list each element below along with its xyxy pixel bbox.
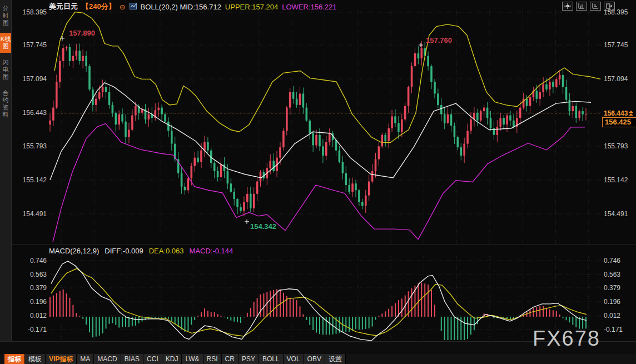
sidebar-item-1[interactable]: K线图	[0, 33, 11, 53]
macd-axis-label-left: -0.171	[13, 326, 47, 333]
chart-canvas: 157.890157.760154.342	[0, 0, 636, 341]
toolbar-item-LW&[interactable]: LW&	[182, 354, 203, 364]
macd-axis-label-right: 0.012	[604, 312, 620, 319]
macd-header: MACD(26,12,9) DIFF:-0.009 DEA:0.063 MACD…	[49, 247, 233, 255]
toolbar-item-RSI[interactable]: RSI	[203, 354, 222, 364]
period-badge[interactable]: 【240分】	[82, 2, 116, 12]
price-axis-label-left: 157.745	[13, 42, 47, 48]
crosshair-icon[interactable]	[562, 2, 573, 11]
macd-diff-value: DIFF:-0.009	[105, 247, 143, 255]
macd-axis-label-left: 0.196	[13, 298, 47, 305]
zoom-out-axis-icon[interactable]	[590, 2, 601, 11]
symbol-title: 美元日元	[49, 2, 78, 12]
mini-chart-icon[interactable]	[130, 3, 137, 11]
indicator-toolbar: 指标模板VIP指标MAMACDBIASCCIKDJLW&RSICRPSYBOLL…	[0, 354, 636, 364]
boll-upper-value: UPPER:157.204	[225, 3, 278, 11]
boll-mid-value: BOLL(20,2) MID:156.712	[141, 3, 221, 11]
macd-axis-label-right: -0.171	[604, 326, 623, 333]
gridlines	[0, 7, 636, 340]
price-axis-label-right: 157.094	[604, 76, 628, 82]
toolbar-item-CR[interactable]: CR	[222, 354, 238, 364]
price-axis-label-right: 158.395	[604, 9, 628, 16]
macd-histogram	[50, 283, 586, 340]
price-axis-label-left: 155.793	[13, 143, 47, 149]
price-axis-label-left: 158.395	[13, 9, 47, 16]
boll-lower-value: LOWER:156.221	[282, 3, 336, 11]
sidebar-item-3[interactable]: 合约资料	[0, 87, 11, 121]
macd-dea-value: DEA:0.063	[149, 247, 184, 255]
macd-axis-label-right: 0.379	[604, 285, 620, 291]
toolbar-item-BOLL[interactable]: BOLL	[259, 354, 284, 364]
toolbar-item-CCI[interactable]: CCI	[143, 354, 162, 364]
macd-axis-label-left: 0.012	[13, 312, 47, 319]
toolbar-item-KDJ[interactable]: KDJ	[162, 354, 182, 364]
price-axis-label-left: 157.094	[13, 76, 47, 82]
toolbar-item-MA[interactable]: MA	[77, 354, 94, 364]
price-axis-label-left: 154.491	[13, 211, 47, 217]
price-axis-label-right: 157.745	[604, 42, 628, 48]
macd-axis-label-left: 0.563	[13, 271, 47, 278]
toolbar-item-OBV[interactable]: OBV	[304, 354, 325, 364]
macd-axis-label-left: 0.746	[13, 257, 47, 264]
sidebar: 分时图K线图闪电图合约资料	[0, 0, 12, 364]
macd-axis-label-right: 0.746	[604, 257, 620, 264]
toolbar-item-设置[interactable]: 设置	[325, 354, 346, 364]
price-marker-icon[interactable]	[628, 109, 634, 119]
watermark: FX678	[533, 327, 600, 351]
toolbar-item-指标[interactable]: 指标	[4, 354, 25, 364]
macd-axis-label-right: 0.196	[604, 298, 620, 305]
macd-macd-value: MACD:-0.144	[190, 247, 233, 255]
zoom-in-axis-icon[interactable]	[576, 2, 587, 11]
toolbar-item-VOL[interactable]: VOL	[284, 354, 304, 364]
price-axis-label-right: 154.491	[604, 211, 628, 217]
macd-params: MACD(26,12,9)	[49, 247, 99, 255]
svg-text:157.760: 157.760	[426, 36, 452, 44]
toolbar-item-PSY[interactable]: PSY	[238, 354, 259, 364]
sidebar-item-0[interactable]: 分时图	[0, 2, 11, 29]
macd-axis-label-left: 0.379	[13, 285, 47, 291]
price-axis-label-right: 155.793	[604, 143, 628, 149]
svg-text:157.890: 157.890	[69, 29, 95, 37]
chart-header: 美元日元 【240分】 ⊖ BOLL(20,2) MID:156.712 UPP…	[49, 2, 337, 12]
svg-text:154.342: 154.342	[250, 222, 276, 231]
sidebar-item-2[interactable]: 闪电图	[0, 56, 11, 83]
collapse-circle-icon[interactable]: ⊖	[120, 3, 126, 11]
toolbar-item-VIP指标[interactable]: VIP指标	[46, 354, 77, 364]
toolbar-item-MACD[interactable]: MACD	[94, 354, 121, 364]
level-price-label: 156.443	[604, 109, 628, 117]
macd-lines	[51, 261, 587, 341]
toolbar-item-BIAS[interactable]: BIAS	[121, 354, 143, 364]
toolbar-item-模板[interactable]: 模板	[25, 354, 46, 364]
trading-app-window: 157.890157.760154.342 分时图K线图闪电图合约资料 美元日元…	[0, 0, 636, 364]
price-axis-label-right: 155.142	[604, 177, 628, 183]
macd-axis-label-right: 0.563	[604, 271, 620, 278]
price-axis-label-left: 155.142	[13, 177, 47, 183]
price-axis-label-left: 156.443	[13, 109, 47, 116]
